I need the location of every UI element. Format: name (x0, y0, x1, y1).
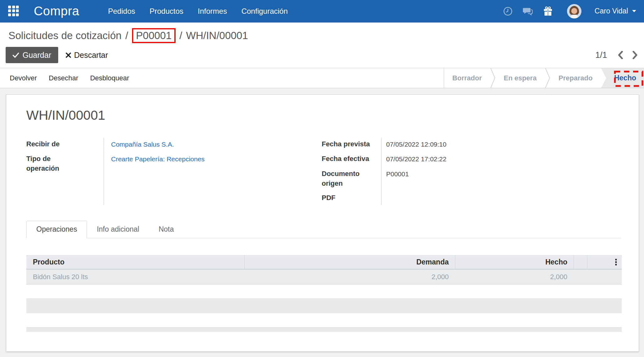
tab-info-adicional[interactable]: Info adicional (87, 221, 149, 238)
breadcrumb-separator: / (125, 30, 128, 42)
x-icon (66, 53, 71, 58)
breadcrumb-separator: / (179, 30, 182, 42)
app-window: Compra Pedidos Productos Informes Config… (0, 0, 644, 357)
cell-demanda: 2,000 (244, 269, 455, 284)
discard-button[interactable]: Descartar (63, 47, 110, 63)
statusbar-buttons: Devolver Desechar Desbloquear (0, 68, 129, 88)
pager-value[interactable]: 1/1 (595, 50, 607, 60)
empty-table-strip-thin (26, 327, 622, 332)
form-action-buttons: Guardar Descartar (6, 47, 110, 63)
field-value-documento-origen: P00001 (381, 167, 621, 191)
field-label-fecha-efectiva: Fecha efectiva (322, 152, 381, 167)
notebook-tabs: Operaciones Info adicional Nota (26, 221, 621, 238)
breadcrumb-order[interactable]: P00001 (136, 30, 172, 41)
column-options-icon[interactable] (614, 258, 618, 267)
table-header: Producto Demanda Hecho (26, 255, 622, 269)
field-label-recibir-de: Recibir de (26, 137, 104, 152)
field-value-pdf (381, 191, 621, 206)
menu-item-pedidos[interactable]: Pedidos (108, 7, 135, 16)
state-en-espera[interactable]: En espera (495, 68, 545, 88)
column-header-spacer (574, 255, 587, 269)
state-preparado[interactable]: Preparado (550, 68, 601, 88)
field-value-fecha-efectiva: 07/05/2022 17:02:22 (381, 152, 621, 167)
field-groups: Recibir de Compañía Salus S.A. Tipo de o… (26, 137, 621, 206)
user-name-label: Caro Vidal (595, 7, 628, 15)
cell-hecho: 2,000 (455, 269, 574, 284)
activities-clock-icon[interactable] (503, 6, 513, 17)
main-menu: Pedidos Productos Informes Configuración (108, 7, 288, 16)
field-group-left: Recibir de Compañía Salus S.A. Tipo de o… (26, 137, 322, 206)
form-view: WH/IN/00001 Recibir de Compañía Salus S.… (0, 88, 644, 357)
gift-icon[interactable] (543, 6, 553, 17)
apps-grid-icon[interactable] (8, 6, 19, 17)
scrap-button[interactable]: Desechar (49, 74, 78, 82)
column-header-demanda[interactable]: Demanda (244, 255, 455, 269)
navbar-right: Caro Vidal (503, 4, 636, 18)
field-value-operation-type-link[interactable]: Crearte Papelería: Recepciones (111, 155, 205, 163)
app-title[interactable]: Compra (34, 4, 79, 18)
breadcrumb-annotation-box: P00001 (132, 28, 176, 43)
user-avatar[interactable] (567, 4, 581, 18)
save-button[interactable]: Guardar (6, 47, 58, 63)
unlock-button[interactable]: Desbloquear (90, 74, 129, 82)
state-hecho-active[interactable]: Hecho (601, 68, 644, 88)
top-navbar: Compra Pedidos Productos Informes Config… (0, 0, 644, 23)
pager-next-icon[interactable] (632, 51, 638, 59)
empty-table-strip (26, 299, 622, 313)
breadcrumb-current: WH/IN/00001 (186, 30, 248, 42)
messages-chat-icon[interactable] (523, 6, 533, 17)
field-label-tipo-operacion: Tipo de operación (26, 152, 104, 176)
tab-nota[interactable]: Nota (149, 221, 184, 238)
field-label-documento-origen: Documento origen (322, 167, 381, 191)
field-group-right: Fecha prevista 07/05/2022 12:09:10 Fecha… (322, 137, 621, 206)
user-menu[interactable]: Caro Vidal (595, 7, 636, 15)
state-borrador[interactable]: Borrador (444, 68, 490, 88)
form-sheet: WH/IN/00001 Recibir de Compañía Salus S.… (6, 94, 639, 352)
check-icon (13, 53, 19, 58)
pager-previous-icon[interactable] (618, 51, 623, 59)
chevron-down-icon (632, 10, 636, 13)
record-title: WH/IN/00001 (26, 108, 621, 123)
menu-item-informes[interactable]: Informes (198, 7, 227, 16)
field-label-fecha-prevista: Fecha prevista (322, 137, 381, 152)
table-row[interactable]: Bidón Salus 20 lts 2,000 2,000 (26, 269, 622, 285)
column-header-options (587, 255, 622, 269)
status-pipeline: Borrador En espera Preparado Hecho (444, 68, 644, 88)
menu-item-productos[interactable]: Productos (150, 7, 183, 16)
menu-item-configuracion[interactable]: Configuración (241, 7, 288, 16)
record-pager: 1/1 (595, 47, 638, 63)
operations-table: Producto Demanda Hecho Bidón Salus 20 lt… (26, 255, 622, 285)
column-header-producto[interactable]: Producto (26, 255, 244, 269)
state-separator-icon (545, 68, 550, 88)
state-separator-icon (490, 68, 495, 88)
statusbar: Devolver Desechar Desbloquear Borrador E… (0, 68, 644, 88)
breadcrumb-root[interactable]: Solicitudes de cotización (8, 30, 121, 42)
return-button[interactable]: Devolver (10, 74, 37, 82)
control-panel: Solicitudes de cotización / P00001 / WH/… (0, 23, 644, 68)
field-value-fecha-prevista: 07/05/2022 12:09:10 (381, 137, 621, 152)
cell-producto: Bidón Salus 20 lts (26, 269, 244, 284)
field-label-pdf: PDF (322, 191, 381, 206)
field-value-partner-link[interactable]: Compañía Salus S.A. (111, 141, 174, 148)
column-header-hecho[interactable]: Hecho (455, 255, 574, 269)
breadcrumb: Solicitudes de cotización / P00001 / WH/… (8, 28, 248, 43)
tab-operaciones[interactable]: Operaciones (26, 221, 87, 238)
